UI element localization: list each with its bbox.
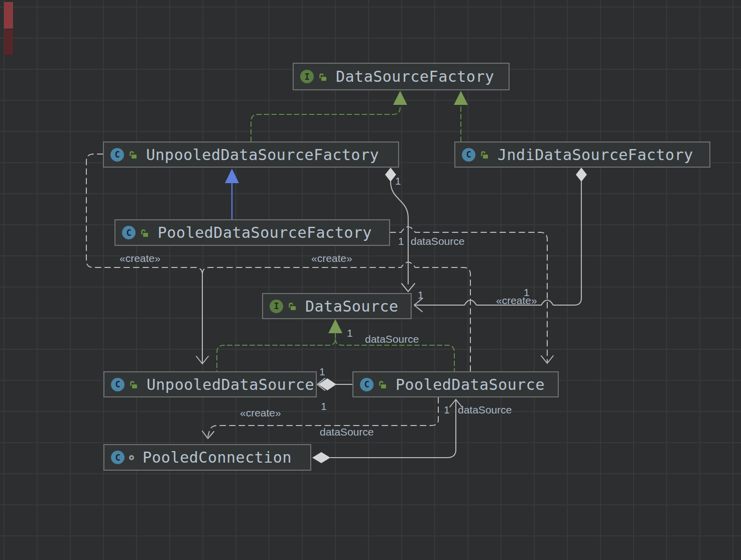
edge-label-field: dataSource xyxy=(320,427,374,437)
class-node-pooled-connection[interactable]: C PooledConnection xyxy=(103,444,311,471)
public-visibility-icon xyxy=(288,302,297,311)
class-name: DataSource xyxy=(305,298,399,315)
class-name: PooledDataSourceFactory xyxy=(158,224,372,241)
public-visibility-icon xyxy=(480,150,489,159)
edge-label-multiplicity: 1 xyxy=(418,290,424,300)
public-visibility-icon xyxy=(129,380,138,389)
class-name: UnpooledDataSource xyxy=(147,376,314,393)
edge-label-multiplicity: 1 xyxy=(347,328,353,338)
public-visibility-icon xyxy=(318,72,327,81)
edge-label-create: «create» xyxy=(119,253,161,263)
edge-label-create: «create» xyxy=(311,253,352,263)
interface-icon: I xyxy=(270,300,283,313)
class-icon: C xyxy=(111,378,125,391)
edge-aggregation-pooled-data-source--unpooled-data-source[interactable] xyxy=(317,378,352,390)
interface-icon: I xyxy=(300,70,314,83)
class-icon: C xyxy=(122,226,136,239)
diagram-canvas[interactable]: I DataSourceFactory C UnpooledDataSource… xyxy=(0,0,741,560)
class-name: DataSourceFactory xyxy=(336,68,495,85)
public-visibility-icon xyxy=(129,150,138,159)
edge-label-multiplicity: 1 xyxy=(398,236,404,246)
class-name: PooledConnection xyxy=(143,449,292,466)
edge-realization-unpooled-data-source-factory--data-source-factory[interactable] xyxy=(251,91,407,142)
class-icon: C xyxy=(360,378,374,391)
class-icon: C xyxy=(462,148,475,162)
class-node-data-source[interactable]: I DataSource xyxy=(262,293,412,319)
edge-label-multiplicity: 1 xyxy=(319,366,325,377)
edge-label-multiplicity: 1 xyxy=(321,401,327,411)
edge-label-multiplicity: 1 xyxy=(444,404,450,415)
edge-label-create: «create» xyxy=(496,295,537,306)
class-icon: C xyxy=(111,451,125,464)
edge-realization-jndi-data-source-factory--data-source-factory[interactable] xyxy=(454,91,468,142)
class-node-unpooled-data-source[interactable]: C UnpooledDataSource xyxy=(103,371,317,397)
default-visibility-icon xyxy=(129,455,134,460)
edge-label-field: dataSource xyxy=(411,236,464,246)
class-node-pooled-data-source-factory[interactable]: C PooledDataSourceFactory xyxy=(114,219,390,246)
edge-label-multiplicity: 1 xyxy=(395,176,401,186)
class-node-data-source-factory[interactable]: I DataSourceFactory xyxy=(293,63,510,90)
class-node-jndi-data-source-factory[interactable]: C JndiDataSourceFactory xyxy=(454,142,710,168)
edge-generalization-pooled-data-source-factory--unpooled-data-source-factory[interactable] xyxy=(225,169,239,219)
public-visibility-icon xyxy=(378,380,387,389)
edge-label-field: dataSource xyxy=(458,404,512,415)
class-name: PooledDataSource xyxy=(396,376,545,393)
class-name: UnpooledDataSourceFactory xyxy=(146,146,379,164)
class-name: JndiDataSourceFactory xyxy=(498,146,693,164)
edge-label-field: dataSource xyxy=(365,334,419,344)
public-visibility-icon xyxy=(140,228,149,237)
class-node-unpooled-data-source-factory[interactable]: C UnpooledDataSourceFactory xyxy=(103,142,399,168)
class-node-pooled-data-source[interactable]: C PooledDataSource xyxy=(352,371,559,397)
edge-label-create: «create» xyxy=(240,407,281,418)
class-icon: C xyxy=(110,148,124,162)
edge-realization-unpooled-data-source--data-source[interactable] xyxy=(217,319,342,371)
